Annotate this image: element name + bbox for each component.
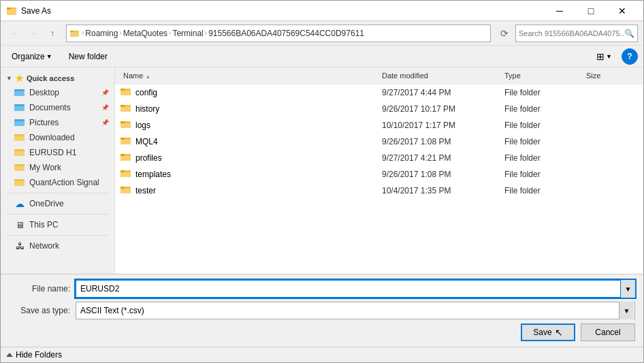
file-type-cell: File folder	[502, 170, 583, 179]
svg-rect-9	[14, 106, 25, 111]
svg-rect-4	[70, 32, 79, 37]
up-button[interactable]: ↑	[44, 25, 61, 42]
breadcrumb-folder-icon	[69, 28, 80, 39]
sidebar-item-quantaction[interactable]: QuantAction Signal	[1, 175, 114, 190]
svg-rect-33	[120, 156, 131, 161]
column-size[interactable]: Size	[583, 70, 638, 81]
window-icon	[6, 5, 17, 16]
organize-dropdown-icon: ▼	[46, 53, 52, 60]
breadcrumb-roaming[interactable]: Roaming	[85, 29, 118, 38]
sidebar-item-downloaded[interactable]: Downloaded	[1, 130, 114, 145]
folder-icon	[120, 136, 131, 148]
svg-rect-34	[120, 154, 125, 156]
svg-rect-36	[120, 172, 131, 177]
svg-rect-25	[120, 105, 125, 107]
sidebar-item-pictures[interactable]: Pictures 📌	[1, 115, 114, 130]
sidebar-item-thispc[interactable]: 🖥 This PC	[1, 217, 114, 232]
help-button[interactable]: ?	[622, 48, 638, 65]
hide-folders-icon	[6, 353, 13, 357]
svg-rect-37	[120, 170, 125, 172]
address-bar[interactable]: › Roaming › MetaQuotes › Terminal › 9155…	[66, 25, 491, 42]
window-title: Save As	[21, 6, 544, 16]
back-button[interactable]: ←	[6, 25, 22, 42]
svg-rect-21	[120, 91, 131, 95]
table-row[interactable]: logs 10/10/2017 1:17 PM File folder	[115, 117, 643, 133]
search-box[interactable]: 🔍	[515, 25, 638, 42]
view-button[interactable]: ⊞ ▼	[592, 48, 616, 65]
svg-rect-5	[70, 31, 74, 32]
svg-rect-13	[14, 136, 25, 141]
file-date-cell: 9/26/2017 1:08 PM	[379, 137, 502, 146]
file-date-cell: 9/26/2017 1:08 PM	[379, 170, 502, 179]
sidebar-item-documents[interactable]: Documents 📌	[1, 100, 114, 115]
svg-rect-39	[120, 189, 131, 193]
filename-input[interactable]	[76, 280, 635, 298]
file-date-cell: 9/27/2017 4:21 PM	[379, 153, 502, 163]
sidebar-item-onedrive[interactable]: ☁ OneDrive	[1, 196, 114, 211]
file-name-cell: templates	[120, 169, 379, 180]
new-folder-button[interactable]: New folder	[63, 48, 113, 65]
search-input[interactable]	[519, 29, 624, 37]
table-row[interactable]: tester 10/4/2017 1:35 PM File folder	[115, 183, 643, 199]
folder-icon	[120, 120, 131, 131]
folder-icon	[120, 153, 131, 164]
savetype-select-wrapper: ASCII Text (*.csv) ▼	[76, 302, 635, 319]
column-date-modified[interactable]: Date modified	[379, 70, 502, 81]
column-name[interactable]: Name ▲	[120, 70, 379, 81]
svg-rect-31	[120, 138, 125, 140]
breadcrumb-metaquotes[interactable]: MetaQuotes	[123, 29, 167, 38]
mywork-folder-icon	[14, 162, 25, 173]
file-type-cell: File folder	[502, 186, 583, 195]
svg-rect-11	[14, 121, 25, 126]
file-date-cell: 9/26/2017 10:17 PM	[379, 104, 502, 114]
minimize-button[interactable]: ─	[544, 1, 575, 21]
file-date-cell: 9/27/2017 4:44 PM	[379, 88, 502, 97]
cancel-button[interactable]: Cancel	[581, 323, 635, 341]
cursor-icon: ↖	[555, 327, 563, 338]
sidebar-section-quick-access[interactable]: ▼ ★ Quick access	[1, 70, 114, 85]
savetype-label: Save as type:	[9, 306, 70, 315]
pin-icon: 📌	[101, 89, 109, 96]
forward-button[interactable]: →	[25, 25, 42, 42]
table-row[interactable]: history 9/26/2017 10:17 PM File folder	[115, 101, 643, 117]
organize-button[interactable]: Organize ▼	[6, 48, 58, 65]
file-type-cell: File folder	[502, 137, 583, 146]
refresh-button[interactable]: ⟳	[496, 25, 513, 42]
desktop-folder-icon	[14, 87, 25, 98]
column-type[interactable]: Type	[502, 70, 583, 81]
sidebar-item-mywork[interactable]: My Work	[1, 160, 114, 175]
sidebar-item-eurusd[interactable]: EURUSD H1	[1, 145, 114, 160]
save-button[interactable]: Save ↖	[521, 323, 575, 341]
savetype-select[interactable]: ASCII Text (*.csv)	[76, 302, 635, 319]
network-icon: 🖧	[14, 240, 25, 251]
breadcrumb-terminal[interactable]: Terminal	[172, 29, 203, 38]
quick-access-expand-icon: ▼	[6, 75, 12, 82]
filename-dropdown-icon[interactable]: ▼	[620, 280, 635, 298]
view-dropdown-icon: ▼	[606, 53, 612, 60]
svg-rect-15	[14, 151, 25, 156]
breadcrumb-folderid[interactable]: 915566BA06ADA407569C544CC0D97611	[208, 29, 364, 38]
svg-rect-19	[14, 181, 25, 186]
table-row[interactable]: MQL4 9/26/2017 1:08 PM File folder	[115, 133, 643, 150]
window-controls: ─ □ ✕	[544, 1, 638, 21]
close-button[interactable]: ✕	[607, 1, 638, 21]
file-type-cell: File folder	[502, 88, 583, 97]
svg-rect-2	[7, 7, 11, 10]
sidebar-item-network[interactable]: 🖧 Network	[1, 238, 114, 253]
svg-rect-17	[14, 166, 25, 171]
file-type-cell: File folder	[502, 104, 583, 114]
sidebar-divider-3	[6, 235, 109, 236]
quick-access-star-icon: ★	[15, 73, 24, 84]
table-row[interactable]: templates 9/26/2017 1:08 PM File folder	[115, 166, 643, 183]
table-row[interactable]: profiles 9/27/2017 4:21 PM File folder	[115, 150, 643, 166]
pc-icon: 🖥	[14, 219, 25, 230]
breadcrumb: › Roaming › MetaQuotes › Terminal › 9155…	[69, 28, 364, 39]
sidebar-item-desktop[interactable]: Desktop 📌	[1, 85, 114, 100]
savetype-row: Save as type: ASCII Text (*.csv) ▼	[9, 302, 635, 319]
filename-label: File name:	[9, 284, 70, 294]
table-row[interactable]: config 9/27/2017 4:44 PM File folder	[115, 84, 643, 101]
maximize-button[interactable]: □	[575, 1, 607, 21]
svg-rect-40	[120, 187, 125, 189]
svg-rect-28	[120, 121, 125, 123]
hide-folders-bar[interactable]: Hide Folders	[1, 347, 643, 362]
